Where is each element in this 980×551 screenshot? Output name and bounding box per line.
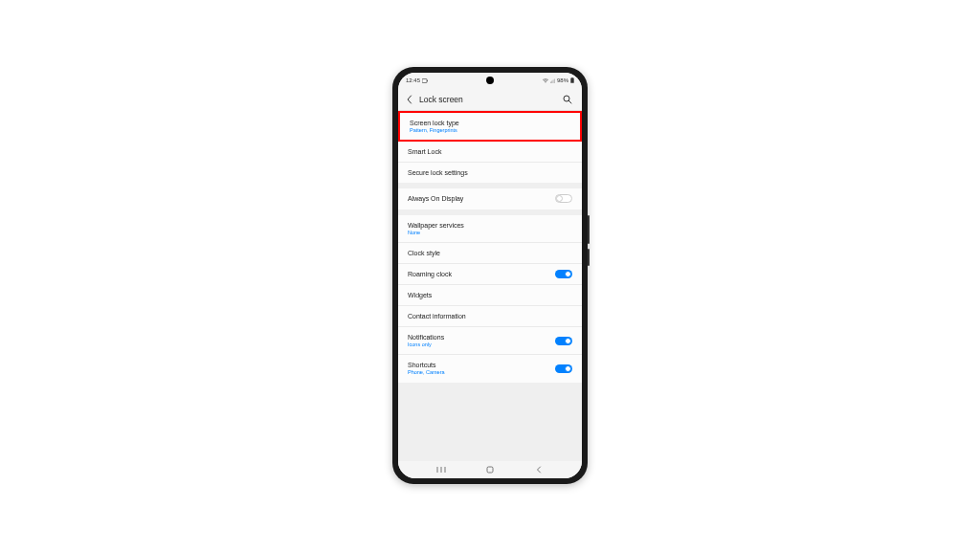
- phone-frame: 12:45 98% Lock screen Screen lock typePa…: [392, 67, 588, 484]
- svg-marker-1: [427, 79, 428, 81]
- svg-point-2: [546, 81, 546, 82]
- battery-icon: [570, 77, 574, 83]
- setting-title: Wallpaper services: [408, 221, 572, 230]
- setting-group: Screen lock typePattern, FingerprintsSma…: [398, 111, 582, 183]
- setting-item-clock-style[interactable]: Clock style: [398, 243, 582, 264]
- svg-rect-14: [487, 467, 493, 473]
- setting-item-wallpaper-services[interactable]: Wallpaper servicesNone: [398, 215, 582, 243]
- wifi-icon: [543, 78, 548, 83]
- chevron-left-icon: [406, 95, 413, 104]
- nav-home[interactable]: [476, 466, 504, 474]
- status-left: 12:45: [406, 77, 428, 83]
- nav-back[interactable]: [524, 466, 553, 474]
- setting-title: Secure lock settings: [408, 168, 572, 177]
- setting-title: Screen lock type: [410, 119, 570, 127]
- setting-item-smart-lock[interactable]: Smart Lock: [398, 142, 582, 163]
- svg-rect-0: [422, 78, 427, 82]
- setting-item-secure-lock-settings[interactable]: Secure lock settings: [398, 163, 582, 183]
- setting-text: NotificationsIcons only: [408, 333, 555, 348]
- phone-side-button: [588, 215, 590, 244]
- setting-text: Contact information: [408, 312, 572, 320]
- setting-subtitle: None: [408, 230, 572, 236]
- setting-text: Clock style: [408, 249, 572, 257]
- toggle-knob: [556, 195, 563, 202]
- nav-recents[interactable]: [427, 466, 456, 474]
- page-title: Lock screen: [417, 95, 563, 104]
- setting-item-widgets[interactable]: Widgets: [398, 285, 582, 306]
- setting-subtitle: Icons only: [408, 342, 555, 348]
- setting-group: Always On Display: [398, 188, 582, 209]
- status-battery: 98%: [557, 77, 568, 83]
- setting-title: Contact information: [408, 312, 572, 320]
- toggle-switch[interactable]: [555, 364, 572, 373]
- phone-screen: 12:45 98% Lock screen Screen lock typePa…: [398, 73, 582, 478]
- toggle-switch[interactable]: [555, 194, 572, 203]
- svg-rect-7: [571, 77, 573, 78]
- home-icon: [486, 466, 494, 474]
- setting-text: Always On Display: [408, 194, 555, 203]
- setting-title: Roaming clock: [408, 270, 555, 278]
- setting-text: Smart Lock: [408, 147, 572, 156]
- recents-icon: [436, 466, 446, 474]
- android-nav-bar: [398, 461, 582, 478]
- toggle-knob: [565, 365, 571, 372]
- status-time: 12:45: [406, 77, 420, 83]
- setting-title: Smart Lock: [408, 147, 572, 156]
- back-button[interactable]: [406, 95, 417, 104]
- back-icon: [535, 466, 543, 474]
- setting-text: Screen lock typePattern, Fingerprints: [410, 119, 570, 134]
- camera-notch: [486, 77, 494, 84]
- setting-title: Clock style: [408, 249, 572, 257]
- card-icon: [422, 78, 428, 83]
- svg-rect-6: [554, 78, 555, 83]
- svg-line-10: [568, 100, 571, 103]
- setting-title: Widgets: [408, 291, 572, 299]
- setting-item-screen-lock-type[interactable]: Screen lock typePattern, Fingerprints: [398, 111, 582, 142]
- settings-content[interactable]: Screen lock typePattern, FingerprintsSma…: [398, 111, 582, 461]
- toggle-switch[interactable]: [555, 337, 572, 345]
- phone-side-button2: [588, 249, 590, 266]
- setting-subtitle: Pattern, Fingerprints: [410, 127, 570, 134]
- svg-rect-5: [553, 79, 554, 83]
- setting-item-shortcuts[interactable]: ShortcutsPhone, Camera: [398, 355, 582, 382]
- setting-subtitle: Phone, Camera: [408, 369, 555, 376]
- setting-item-contact-information[interactable]: Contact information: [398, 306, 582, 327]
- setting-title: Shortcuts: [408, 361, 555, 369]
- setting-text: Widgets: [408, 291, 572, 299]
- setting-text: Secure lock settings: [408, 168, 572, 177]
- setting-text: ShortcutsPhone, Camera: [408, 361, 555, 376]
- search-button[interactable]: [563, 95, 574, 104]
- setting-text: Wallpaper servicesNone: [408, 221, 572, 236]
- setting-item-roaming-clock[interactable]: Roaming clock: [398, 264, 582, 285]
- toggle-knob: [565, 338, 571, 344]
- setting-item-notifications[interactable]: NotificationsIcons only: [398, 327, 582, 355]
- setting-item-always-on-display[interactable]: Always On Display: [398, 188, 582, 209]
- toggle-knob: [565, 271, 571, 277]
- svg-rect-4: [551, 80, 552, 83]
- signal-icon: [550, 78, 555, 83]
- setting-title: Notifications: [408, 333, 555, 342]
- status-right: 98%: [543, 77, 574, 83]
- svg-rect-8: [570, 78, 573, 83]
- setting-text: Roaming clock: [408, 270, 555, 278]
- setting-title: Always On Display: [408, 194, 555, 203]
- toggle-switch[interactable]: [555, 270, 572, 278]
- svg-rect-3: [550, 81, 551, 83]
- header-bar: Lock screen: [398, 88, 582, 111]
- setting-group: Wallpaper servicesNoneClock styleRoaming…: [398, 215, 582, 383]
- search-icon: [563, 95, 572, 104]
